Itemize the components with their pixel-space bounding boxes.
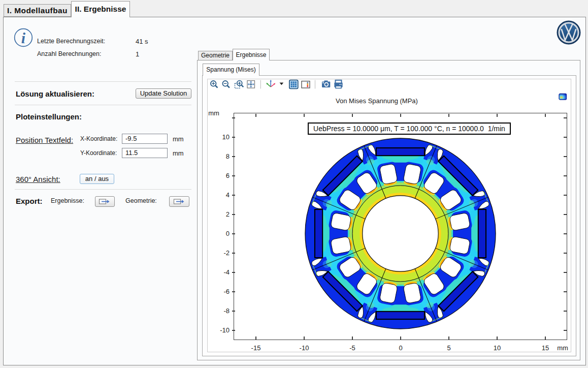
svg-text:i: i [21,29,26,46]
